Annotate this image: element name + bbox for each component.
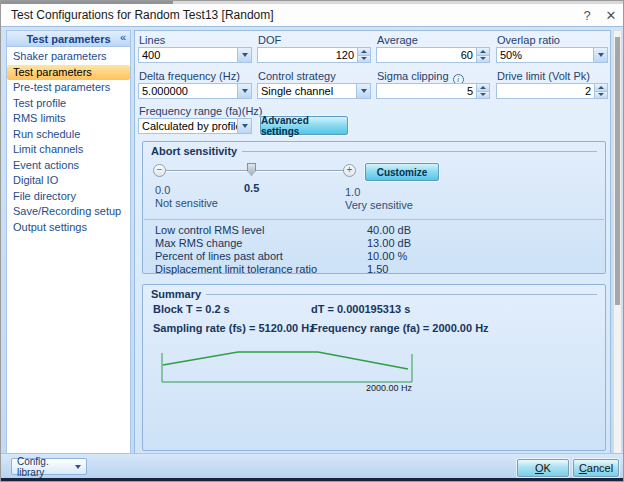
abort-row-value: 40.00 dB: [367, 224, 411, 236]
main-panel: Lines 400 DOF 120 Average 60 Overlap rat…: [134, 30, 611, 454]
config-library-label: Config. library: [17, 456, 75, 478]
sidebar-item-digital-io[interactable]: Digital IO: [7, 173, 130, 189]
summary-frequency-range: Frequency range (fa) = 2000.00 Hz: [311, 322, 489, 334]
dof-label: DOF: [258, 34, 281, 46]
dof-input[interactable]: 120: [257, 47, 371, 63]
abort-slider-thumb[interactable]: [247, 163, 256, 176]
title-bar: Test Configurations for Random Test13 [R…: [1, 4, 624, 26]
slider-max-value: 1.0: [345, 186, 360, 198]
abort-row: Low control RMS level40.00 dB: [155, 224, 595, 237]
abort-row-label: Displacement limit tolerance ratio: [155, 263, 317, 275]
slider-min-value: 0.0: [155, 184, 170, 196]
abort-row-label: Max RMS change: [155, 237, 242, 249]
summary-sampling-rate: Sampling rate (fs) = 5120.00 Hz: [153, 322, 315, 334]
profile-line: [163, 352, 408, 369]
summary-block-t: Block T = 0.2 s: [153, 303, 230, 315]
sidebar-item-event-actions[interactable]: Event actions: [7, 158, 130, 174]
lines-value: 400: [139, 48, 237, 62]
control-strategy-value: Single channel: [258, 84, 356, 98]
sidebar-header-label: Test parameters: [26, 33, 110, 45]
chevron-down-icon: [75, 465, 81, 469]
sidebar-item-limit-channels[interactable]: Limit channels: [7, 142, 130, 158]
frequency-range-label: Frequency range (fa)(Hz): [139, 105, 263, 117]
test-configurations-dialog: Test Configurations for Random Test13 [R…: [0, 0, 624, 482]
drive-limit-spinner[interactable]: [594, 84, 607, 98]
average-value: 60: [377, 48, 476, 62]
ok-button[interactable]: OK: [517, 459, 569, 477]
average-input[interactable]: 60: [376, 47, 490, 63]
control-strategy-label: Control strategy: [258, 70, 336, 82]
summary-header: Summary: [151, 288, 597, 300]
slider-min-caption: Not sensitive: [155, 197, 218, 209]
abort-sensitivity-title: Abort sensitivity: [151, 145, 237, 157]
abort-row-label: Percent of lines past abort: [155, 250, 283, 262]
frequency-range-select[interactable]: Calculated by profile: [138, 118, 252, 134]
close-icon[interactable]: ✕: [597, 4, 624, 26]
sidebar-item-rms-limits[interactable]: RMS limits: [7, 111, 130, 127]
sigma-clipping-spinner[interactable]: [476, 84, 489, 98]
slider-minus-icon[interactable]: −: [153, 164, 166, 177]
delta-frequency-select[interactable]: 5.000000: [138, 83, 252, 99]
overlap-ratio-label: Overlap ratio: [497, 34, 560, 46]
summary-group: Summary Block T = 0.2 s dT = 0.000195313…: [142, 284, 606, 451]
abort-row-value: 1.50: [367, 263, 388, 275]
sigma-clipping-value: 5: [377, 84, 476, 98]
window-title: Test Configurations for Random Test13 [R…: [11, 8, 274, 22]
lines-select[interactable]: 400: [138, 47, 252, 63]
delta-frequency-label: Delta frequency (Hz): [139, 70, 240, 82]
collapse-chevron-icon[interactable]: «: [120, 31, 126, 43]
sidebar-header: Test parameters «: [7, 31, 130, 47]
sidebar: Test parameters « Shaker parametersTest …: [6, 30, 131, 454]
cancel-button[interactable]: Cancel: [573, 459, 619, 477]
dof-value: 120: [258, 48, 357, 62]
dof-spinner[interactable]: [357, 48, 370, 62]
summary-title: Summary: [151, 288, 201, 300]
sidebar-item-output-settings[interactable]: Output settings: [7, 220, 130, 236]
drive-limit-value: 2: [497, 84, 594, 98]
abort-sensitivity-header: Abort sensitivity: [151, 145, 597, 157]
advanced-settings-button[interactable]: Advanced settings: [260, 116, 348, 135]
abort-rows: Low control RMS level40.00 dBMax RMS cha…: [155, 224, 595, 276]
frequency-range-value: Calculated by profile: [139, 119, 237, 133]
average-spinner[interactable]: [476, 48, 489, 62]
slider-max-caption: Very sensitive: [345, 199, 413, 211]
slider-current-value: 0.5: [244, 182, 259, 194]
summary-dt: dT = 0.000195313 s: [311, 303, 410, 315]
sidebar-item-run-schedule[interactable]: Run schedule: [7, 127, 130, 143]
abort-row: Percent of lines past abort10.00 %: [155, 250, 595, 263]
delta-frequency-value: 5.000000: [139, 84, 237, 98]
slider-plus-icon[interactable]: +: [343, 164, 356, 177]
chevron-down-icon[interactable]: [237, 119, 251, 133]
profile-preview-chart: 2000.00 Hz: [145, 341, 435, 401]
customize-button[interactable]: Customize: [365, 163, 439, 181]
overlap-ratio-select[interactable]: 50%: [496, 47, 608, 63]
sidebar-item-file-directory[interactable]: File directory: [7, 189, 130, 205]
sidebar-item-test-parameters[interactable]: Test parameters: [7, 65, 130, 81]
sidebar-item-shaker-parameters[interactable]: Shaker parameters: [7, 49, 130, 65]
chevron-down-icon[interactable]: [237, 84, 251, 98]
sidebar-item-save-recording-setup[interactable]: Save/Recording setup: [7, 204, 130, 220]
sidebar-item-pre-test-parameters[interactable]: Pre-test parameters: [7, 80, 130, 96]
dialog-body: Test parameters « Shaker parametersTest …: [1, 26, 624, 478]
vertical-scrollbar[interactable]: [613, 30, 622, 454]
config-library-button[interactable]: Config. library: [11, 458, 87, 475]
chevron-down-icon[interactable]: [356, 84, 370, 98]
drive-limit-input[interactable]: 2: [496, 83, 608, 99]
chevron-down-icon[interactable]: [237, 48, 251, 62]
chevron-down-icon[interactable]: [593, 48, 607, 62]
abort-row-value: 13.00 dB: [367, 237, 411, 249]
profile-max-frequency-label: 2000.00 Hz: [366, 383, 413, 393]
control-strategy-select[interactable]: Single channel: [257, 83, 371, 99]
sidebar-item-test-profile[interactable]: Test profile: [7, 96, 130, 112]
scrollbar-thumb[interactable]: [615, 37, 620, 305]
lines-label: Lines: [139, 34, 165, 46]
abort-row: Max RMS change13.00 dB: [155, 237, 595, 250]
separator: [144, 219, 604, 220]
average-label: Average: [377, 34, 418, 46]
drive-limit-label: Drive limit (Volt Pk): [497, 70, 590, 82]
background-window-bottom: [1, 478, 624, 482]
footer-bar: Config. library OK Cancel: [1, 453, 624, 478]
abort-row-label: Low control RMS level: [155, 224, 264, 236]
sigma-clipping-input[interactable]: 5: [376, 83, 490, 99]
sidebar-items: Shaker parametersTest parametersPre-test…: [7, 47, 130, 235]
